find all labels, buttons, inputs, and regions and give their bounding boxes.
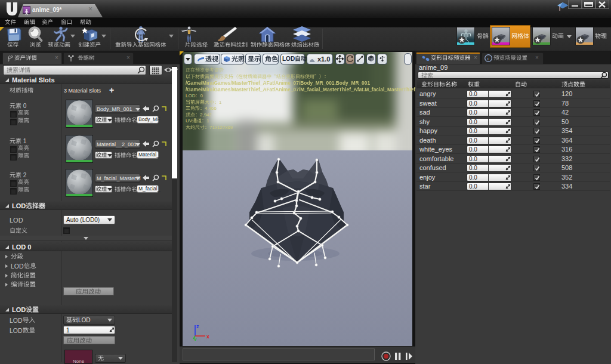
svg-text:y: y <box>194 337 197 341</box>
svg-text:x: x <box>206 334 209 340</box>
svg-text:i: i <box>487 55 489 61</box>
svg-text:z: z <box>196 323 199 329</box>
